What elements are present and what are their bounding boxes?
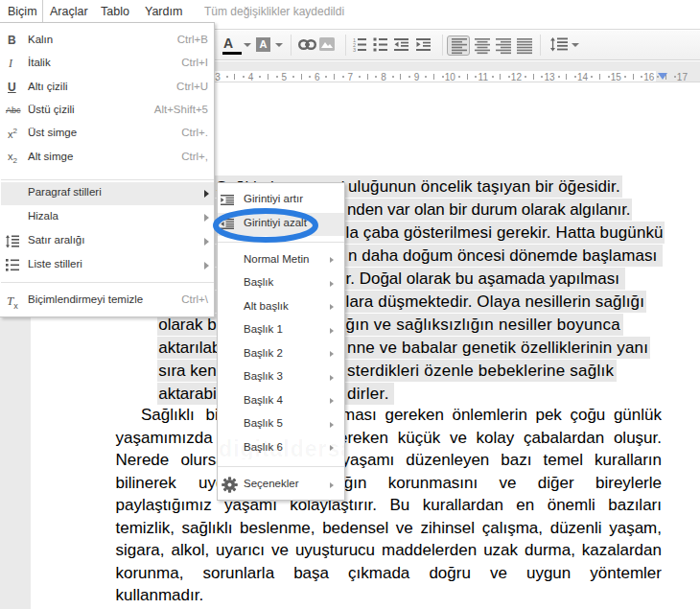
svg-text:3: 3	[353, 47, 356, 52]
